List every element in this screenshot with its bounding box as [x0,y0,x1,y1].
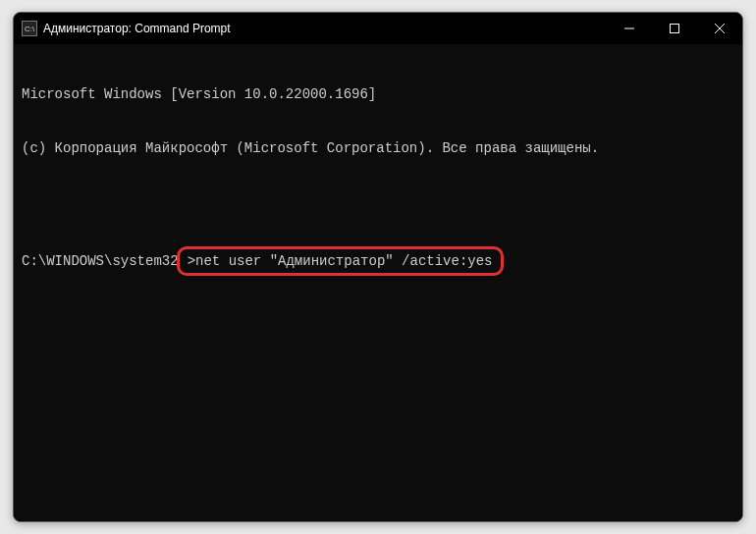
terminal-output[interactable]: Microsoft Windows [Version 10.0.22000.16… [14,44,742,521]
maximize-icon [670,24,679,33]
prompt-char: > [188,253,195,269]
blank-line [22,193,734,211]
copyright-line: (c) Корпорация Майкрософт (Microsoft Cor… [22,139,734,157]
minimize-button[interactable] [607,13,652,44]
titlebar[interactable]: C:\ Администратор: Command Prompt [14,13,742,44]
cmd-icon: C:\ [22,21,37,36]
maximize-button[interactable] [652,13,697,44]
window-title: Администратор: Command Prompt [43,22,231,35]
svg-rect-1 [671,25,679,33]
version-line: Microsoft Windows [Version 10.0.22000.16… [22,85,734,103]
prompt-line: C:\WINDOWS\system32 >net user "Администр… [22,246,734,276]
command-prompt-window: C:\ Администратор: Command Prompt Micros… [13,12,743,522]
prompt-path: C:\WINDOWS\system32 [22,252,179,270]
command-highlight: >net user "Администратор" /active:yes [177,246,504,276]
window-controls [607,13,742,44]
close-button[interactable] [697,13,742,44]
minimize-icon [624,24,634,33]
typed-command: net user "Администратор" /active:yes [195,253,492,269]
close-icon [715,24,725,33]
